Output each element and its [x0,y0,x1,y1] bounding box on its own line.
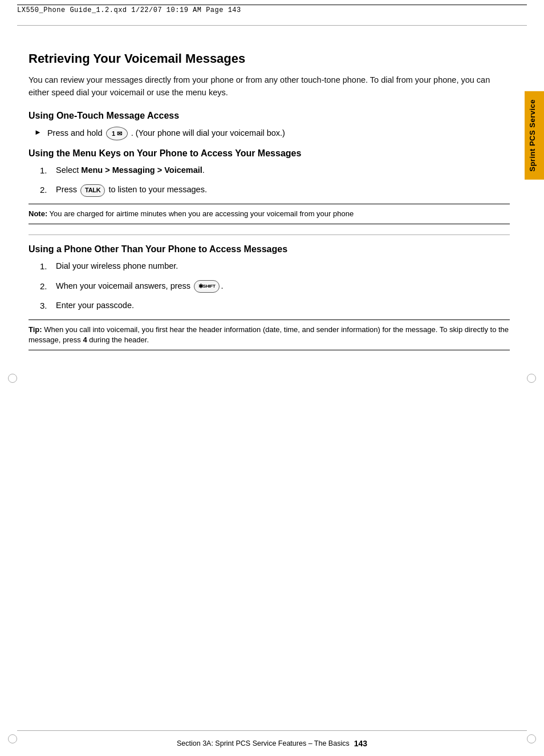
section1-bullet-text: Press and hold 1 ✉ . (Your phone will di… [47,127,285,140]
note-box: Note: You are charged for airtime minute… [29,204,510,224]
page-title: Retrieving Your Voicemail Messages [29,51,510,66]
reg-circle-bottom-right [527,734,536,743]
key-1-voicemail: 1 ✉ [106,127,128,140]
press-hold-text: Press and hold [47,128,103,138]
footer-section-text: Section 3A: Sprint PCS Service Features … [177,739,350,747]
section3-step1: 1. Dial your wireless phone number. [40,260,510,273]
section3-heading: Using a Phone Other Than Your Phone to A… [29,244,510,254]
section1-heading: Using One-Touch Message Access [29,111,510,121]
step3-num-2: 2. [40,280,56,293]
step3-num-3: 3. [40,300,56,313]
side-tab: Sprint PCS Service [525,91,544,180]
section3-step2: 2. When your voicemail answers, press ✱S… [40,280,510,293]
main-content: Retrieving Your Voicemail Messages You c… [29,34,510,722]
section2-step1: 1. Select Menu > Messaging > Voicemail. [40,164,510,177]
key-talk: TALK [80,184,105,197]
footer: Section 3A: Sprint PCS Service Features … [29,739,515,748]
footer-page-number: 143 [354,739,367,748]
top-rule [17,25,527,26]
bottom-rule [17,730,527,731]
header-bar: LX550_Phone Guide_1.2.qxd 1/22/07 10:19 … [17,5,527,14]
section3-step2-text: When your voicemail answers, press ✱SHIF… [56,280,510,293]
section1-bullet: ► Press and hold 1 ✉ . (Your phone will … [34,127,510,140]
section2-step1-text: Select Menu > Messaging > Voicemail. [56,164,510,177]
step-num-2: 2. [40,184,56,197]
section1-bullet-suffix: . (Your phone will dial your voicemail b… [131,128,285,138]
tip-text: When you call into voicemail, you first … [29,325,509,344]
tip-box: Tip: When you call into voicemail, you f… [29,320,510,350]
intro-text: You can review your messages directly fr… [29,74,510,99]
section2-steps: 1. Select Menu > Messaging > Voicemail. … [40,164,510,197]
section2-step2-text: Press TALK to listen to your messages. [56,184,510,196]
section-divider [29,235,510,235]
section2-step2: 2. Press TALK to listen to your messages… [40,184,510,197]
reg-circle-left [8,374,17,383]
section3-step3: 3. Enter your passcode. [40,300,510,313]
menu-path: Menu > Messaging > Voicemail [81,165,202,175]
step-num-1: 1. [40,164,56,177]
header-text: LX550_Phone Guide_1.2.qxd 1/22/07 10:19 … [17,6,241,14]
section3-step3-text: Enter your passcode. [56,300,510,312]
key-star-shift: ✱SHIFT [194,280,220,293]
section2-heading: Using the Menu Keys on Your Phone to Acc… [29,148,510,159]
reg-circle-bottom-left [8,734,17,743]
bullet-arrow-icon: ► [34,128,42,136]
section3-steps: 1. Dial your wireless phone number. 2. W… [40,260,510,313]
reg-circle-right [527,374,536,383]
section3-step1-text: Dial your wireless phone number. [56,260,510,273]
tip-bold-number: 4 [83,335,87,344]
note-text: You are charged for airtime minutes when… [50,209,354,218]
tip-label: Tip: [29,325,42,334]
step3-num-1: 1. [40,260,56,273]
note-label: Note: [29,209,47,218]
